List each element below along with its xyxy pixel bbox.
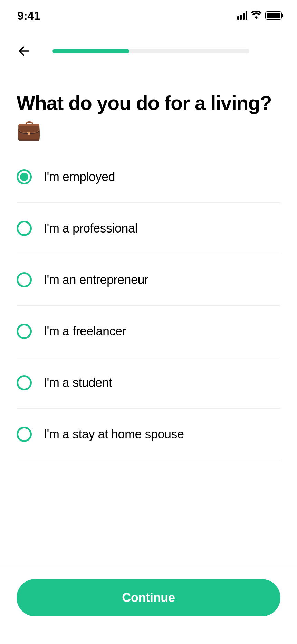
option-label: I'm a stay at home spouse: [44, 427, 184, 442]
bottom-bar: Continue: [0, 565, 297, 644]
progress-bar: [52, 49, 249, 53]
radio-icon: [17, 272, 32, 287]
status-time: 9:41: [17, 9, 40, 22]
option-label: I'm a student: [44, 376, 112, 390]
option-freelancer[interactable]: I'm a freelancer: [17, 306, 280, 357]
status-icons: [237, 11, 283, 20]
option-label: I'm an entrepreneur: [44, 273, 148, 287]
continue-button[interactable]: Continue: [17, 579, 280, 616]
battery-icon: [265, 11, 283, 20]
cellular-signal-icon: [237, 11, 247, 20]
arrow-left-icon: [17, 44, 31, 58]
option-entrepreneur[interactable]: I'm an entrepreneur: [17, 254, 280, 306]
status-bar: 9:41: [0, 0, 297, 26]
page-title: What do you do for a living? 💼: [0, 59, 297, 157]
option-label: I'm a professional: [44, 221, 137, 236]
wifi-icon: [251, 11, 262, 20]
option-label: I'm a freelancer: [44, 324, 126, 339]
option-label: I'm employed: [44, 170, 115, 184]
radio-icon: [17, 427, 32, 442]
option-stay-at-home[interactable]: I'm a stay at home spouse: [17, 409, 280, 460]
options-list: I'm employed I'm a professional I'm an e…: [0, 157, 297, 460]
header: [0, 26, 297, 59]
option-student[interactable]: I'm a student: [17, 357, 280, 409]
progress-fill: [52, 49, 129, 53]
radio-icon: [17, 324, 32, 339]
option-professional[interactable]: I'm a professional: [17, 203, 280, 254]
radio-icon: [17, 169, 32, 184]
back-button[interactable]: [17, 44, 32, 59]
option-employed[interactable]: I'm employed: [17, 157, 280, 203]
radio-icon: [17, 375, 32, 390]
radio-icon: [17, 221, 32, 236]
